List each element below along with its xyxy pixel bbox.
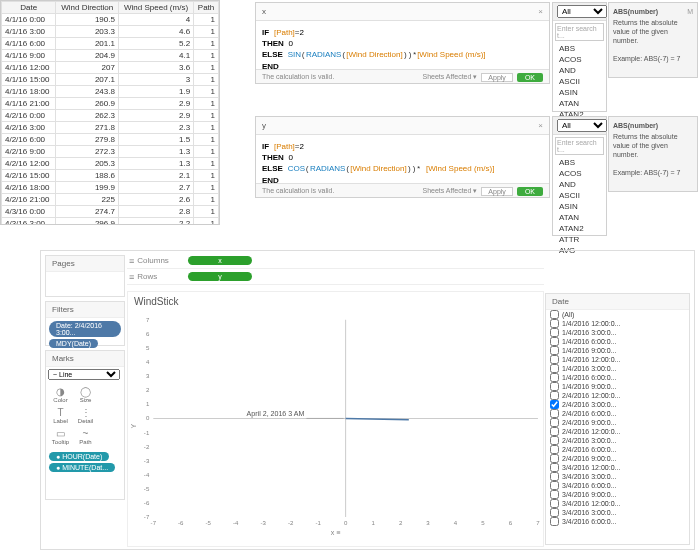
col-header[interactable]: Wind Direction: [56, 2, 118, 14]
table-row[interactable]: 4/2/16 9:00272.31.31: [2, 146, 219, 158]
table-row[interactable]: 4/3/16 3:00296.92.21: [2, 218, 219, 226]
function-list-y[interactable]: All Enter search t... ABSACOSANDASCIIASI…: [552, 116, 607, 236]
fn-item[interactable]: ASCII: [553, 190, 606, 201]
date-checkbox[interactable]: [550, 409, 559, 418]
close-icon[interactable]: ×: [538, 121, 543, 130]
date-checkbox[interactable]: [550, 391, 559, 400]
date-filter-item[interactable]: 1/4/2016 12:00:0...: [546, 319, 689, 328]
col-header[interactable]: Path: [194, 2, 219, 14]
date-checkbox[interactable]: [550, 445, 559, 454]
calc-name[interactable]: y: [262, 121, 266, 130]
chart-area[interactable]: WindStick -7-6-5-4-3-2-101234567-7-6-5-4…: [127, 291, 544, 547]
date-checkbox[interactable]: [550, 508, 559, 517]
date-filter-item[interactable]: 1/4/2016 6:00:0...: [546, 373, 689, 382]
date-checkbox[interactable]: [550, 517, 559, 526]
marks-card[interactable]: Marks ~ Line ◑Color◯SizeTLabel⋮Detail▭To…: [45, 350, 125, 500]
table-row[interactable]: 4/2/16 3:00271.82.31: [2, 122, 219, 134]
col-header[interactable]: Wind Speed (m/s): [118, 2, 193, 14]
table-row[interactable]: 4/2/16 18:00199.92.71: [2, 182, 219, 194]
data-grid[interactable]: DateWind DirectionWind Speed (m/s)Path 4…: [0, 0, 220, 225]
apply-button[interactable]: Apply: [481, 187, 513, 196]
date-filter-item[interactable]: 1/4/2016 9:00:0...: [546, 382, 689, 391]
pages-shelf[interactable]: Pages: [45, 255, 125, 297]
date-filter-item[interactable]: 3/4/2016 12:00:0...: [546, 463, 689, 472]
date-filter-item[interactable]: 3/4/2016 3:00:0...: [546, 472, 689, 481]
fn-item[interactable]: ATAN2: [553, 223, 606, 234]
close-icon[interactable]: ×: [538, 7, 543, 16]
date-filter-item[interactable]: (All): [546, 310, 689, 319]
mark-detail[interactable]: ⋮Detail: [73, 405, 98, 426]
date-filter-item[interactable]: 1/4/2016 9:00:0...: [546, 346, 689, 355]
table-row[interactable]: 4/2/16 15:00188.62.11: [2, 170, 219, 182]
ok-button[interactable]: OK: [517, 187, 543, 196]
fn-item[interactable]: AND: [553, 65, 606, 76]
sheets-affected[interactable]: Sheets Affected ▾: [423, 73, 478, 81]
date-checkbox[interactable]: [550, 346, 559, 355]
columns-shelf[interactable]: ≡Columnsx: [127, 253, 544, 269]
fn-item[interactable]: ABS: [553, 43, 606, 54]
apply-button[interactable]: Apply: [481, 73, 513, 82]
ok-button[interactable]: OK: [517, 73, 543, 82]
expand-icon[interactable]: M: [687, 7, 693, 16]
fn-item[interactable]: ASIN: [553, 201, 606, 212]
mark-path[interactable]: ~Path: [73, 426, 98, 447]
mark-pill-minute[interactable]: ● MINUTE(Dat...: [49, 463, 115, 472]
date-filter-item[interactable]: 2/4/2016 3:00:0...: [546, 400, 689, 409]
date-checkbox[interactable]: [550, 499, 559, 508]
date-filter-item[interactable]: 3/4/2016 3:00:0...: [546, 508, 689, 517]
table-row[interactable]: 4/3/16 0:00274.72.81: [2, 206, 219, 218]
filters-shelf[interactable]: Filters Date: 2/4/2016 3:00... MDY(Date): [45, 301, 125, 346]
mark-color[interactable]: ◑Color: [48, 384, 73, 405]
fn-item[interactable]: ABS: [553, 157, 606, 168]
table-row[interactable]: 4/1/16 15:00207.131: [2, 74, 219, 86]
date-checkbox[interactable]: [550, 418, 559, 427]
mark-tooltip[interactable]: ▭Tooltip: [48, 426, 73, 447]
filter-pill-date[interactable]: Date: 2/4/2016 3:00...: [49, 321, 121, 337]
table-row[interactable]: 4/1/16 0:00190.541: [2, 14, 219, 26]
date-filter-item[interactable]: 3/4/2016 12:00:0...: [546, 499, 689, 508]
fn-item[interactable]: ATAN: [553, 98, 606, 109]
fn-item[interactable]: ATTR: [553, 234, 606, 245]
table-row[interactable]: 4/2/16 6:00279.81.51: [2, 134, 219, 146]
date-filter-item[interactable]: 2/4/2016 9:00:0...: [546, 454, 689, 463]
date-checkbox[interactable]: [550, 328, 559, 337]
mark-type-select[interactable]: ~ Line: [48, 369, 120, 380]
filter-pill-mdy[interactable]: MDY(Date): [49, 339, 98, 348]
date-checkbox[interactable]: [550, 319, 559, 328]
calc-name[interactable]: x: [262, 7, 266, 16]
fn-item[interactable]: ACOS: [553, 54, 606, 65]
date-checkbox[interactable]: [550, 400, 559, 409]
pill-x[interactable]: x: [188, 256, 252, 265]
date-filter-item[interactable]: 2/4/2016 6:00:0...: [546, 409, 689, 418]
col-header[interactable]: Date: [2, 2, 56, 14]
fn-item[interactable]: ACOS: [553, 168, 606, 179]
date-checkbox[interactable]: [550, 364, 559, 373]
sheets-affected[interactable]: Sheets Affected ▾: [423, 187, 478, 195]
date-filter-item[interactable]: 1/4/2016 6:00:0...: [546, 337, 689, 346]
fn-search-input[interactable]: Enter search t...: [555, 23, 604, 41]
date-checkbox[interactable]: [550, 463, 559, 472]
mark-pill-hour[interactable]: ● HOUR(Date): [49, 452, 109, 461]
fn-search-input[interactable]: Enter search t...: [555, 137, 604, 155]
table-row[interactable]: 4/2/16 21:002252.61: [2, 194, 219, 206]
date-filter-card[interactable]: Date (All)1/4/2016 12:00:0...1/4/2016 3:…: [545, 293, 690, 545]
fn-item[interactable]: ATAN: [553, 212, 606, 223]
date-filter-item[interactable]: 2/4/2016 6:00:0...: [546, 445, 689, 454]
date-checkbox[interactable]: [550, 436, 559, 445]
date-checkbox[interactable]: [550, 337, 559, 346]
date-filter-item[interactable]: 2/4/2016 12:00:0...: [546, 427, 689, 436]
table-row[interactable]: 4/1/16 18:00243.81.91: [2, 86, 219, 98]
date-filter-item[interactable]: 3/4/2016 9:00:0...: [546, 490, 689, 499]
table-row[interactable]: 4/1/16 9:00204.94.11: [2, 50, 219, 62]
date-checkbox[interactable]: [550, 481, 559, 490]
mark-size[interactable]: ◯Size: [73, 384, 98, 405]
calc-code[interactable]: IF [Path]=2 THEN 0 ELSE COS(RADIANS([Win…: [256, 135, 549, 183]
date-filter-item[interactable]: 3/4/2016 6:00:0...: [546, 481, 689, 490]
function-list-x[interactable]: All Enter search t... ABSACOSANDASCIIASI…: [552, 2, 607, 112]
table-row[interactable]: 4/2/16 12:00205.31.31: [2, 158, 219, 170]
mark-label[interactable]: TLabel: [48, 405, 73, 426]
date-checkbox[interactable]: [550, 382, 559, 391]
calc-code[interactable]: IF [Path]=2 THEN 0 ELSE SIN(RADIANS([Win…: [256, 21, 549, 69]
date-filter-item[interactable]: 3/4/2016 6:00:0...: [546, 517, 689, 526]
date-checkbox[interactable]: [550, 472, 559, 481]
